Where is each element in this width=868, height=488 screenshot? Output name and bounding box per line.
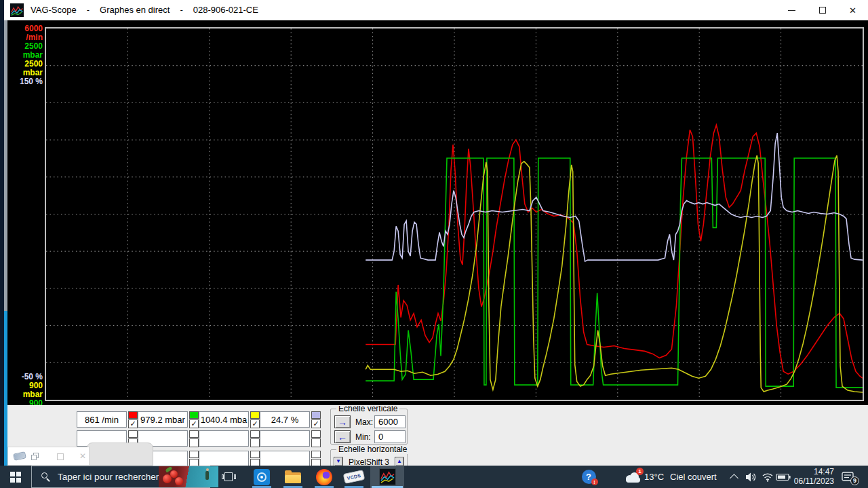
blue-tile-app-icon	[254, 469, 270, 485]
series-visibility-checkbox[interactable]: ✓	[311, 419, 321, 428]
battery-icon	[776, 472, 791, 482]
mini-maximize-button[interactable]	[57, 453, 64, 460]
trace-channel-3	[366, 155, 863, 392]
measurement-value-box[interactable]	[199, 451, 249, 466]
wifi-icon	[762, 472, 774, 482]
maximize-button[interactable]	[807, 0, 837, 20]
measurement-value-box[interactable]	[260, 451, 310, 466]
measurement-value-box[interactable]: 861 /min	[77, 411, 127, 428]
weather-text[interactable]: 13°C Ciel couvert	[644, 466, 717, 488]
horizontal-scale-group: Echelle horizontale ▼ PixelShift 3 ▲	[330, 449, 408, 466]
window-title: VAG-Scope - Graphes en direct - 028-906-…	[31, 5, 269, 15]
action-center-button[interactable]: 9	[837, 466, 860, 488]
taskbar-app-vag-scope[interactable]	[370, 466, 404, 488]
trace-channel-4	[366, 133, 863, 261]
measurement-value-box[interactable]	[260, 430, 310, 447]
measurement-value-box[interactable]: 24.7 %	[260, 411, 310, 428]
speaker-icon	[745, 472, 757, 483]
series-visibility-checkbox[interactable]	[250, 459, 260, 466]
series-visibility-checkbox[interactable]: ✓	[250, 419, 260, 428]
series-color-swatch[interactable]	[311, 430, 321, 438]
max-input[interactable]: 6000	[374, 415, 406, 428]
clock-date: 06/11/2023	[792, 477, 834, 487]
taskbar-app-vcds[interactable]: VCDS	[339, 466, 369, 488]
axis-max-labels: 6000 /min2500 mbar2500 mbar150 %	[7, 24, 43, 86]
help-icon: ? !	[582, 470, 596, 484]
series-color-swatch[interactable]	[189, 451, 199, 458]
scale-max-apply-button[interactable]: →	[334, 415, 351, 428]
task-view-icon	[222, 471, 237, 483]
help-tray-button[interactable]: ? !	[578, 466, 599, 488]
series-color-swatch[interactable]	[311, 451, 321, 458]
start-button[interactable]	[0, 466, 31, 488]
taskbar-app-blue-tile[interactable]	[248, 466, 275, 488]
vcds-icon: VCDS	[343, 470, 365, 484]
vcds-mini-icon	[13, 451, 26, 461]
close-button[interactable]: ✕	[837, 0, 868, 20]
measurement-value-box[interactable]	[199, 430, 249, 447]
pixelshift-label: PixelShift 3	[347, 457, 391, 466]
graph-client-area: 6000 /min2500 mbar2500 mbar150 % -50 %90…	[7, 20, 868, 405]
network-button[interactable]	[760, 466, 776, 488]
battery-button[interactable]	[774, 466, 792, 488]
axis-scale-label: 150 %	[7, 77, 43, 86]
volume-button[interactable]	[743, 466, 760, 488]
series-color-swatch[interactable]	[128, 430, 138, 438]
series-visibility-checkbox[interactable]	[189, 459, 199, 466]
series-visibility-checkbox[interactable]: ✓	[128, 419, 138, 428]
weather-tray-button[interactable]: 1	[623, 466, 643, 488]
search-highlight-image[interactable]	[159, 466, 218, 487]
chevron-up-icon	[730, 473, 738, 481]
minimize-button[interactable]	[776, 0, 807, 20]
series-visibility-checkbox[interactable]	[189, 438, 199, 447]
series-visibility-checkbox[interactable]	[311, 459, 321, 466]
series-visibility-checkbox[interactable]	[250, 438, 260, 447]
measurement-value-box[interactable]: 1040.4 mba	[199, 411, 249, 428]
background-window-tab[interactable]	[87, 443, 153, 466]
series-color-swatch[interactable]	[189, 430, 199, 438]
search-placeholder: Taper ici pour rechercher	[58, 472, 159, 482]
file-explorer-icon	[285, 471, 301, 483]
series-color-swatch[interactable]	[250, 411, 260, 419]
taskbar: Taper ici pour rechercher	[0, 466, 868, 488]
taskbar-clock[interactable]: 14:47 06/11/2023	[792, 468, 834, 486]
series-color-swatch[interactable]	[250, 430, 260, 438]
trace-channel-2	[366, 158, 863, 388]
vertical-scale-title: Echelle verticale	[336, 405, 399, 413]
task-view-button[interactable]	[216, 466, 243, 488]
taskbar-search[interactable]: Taper ici pour rechercher	[31, 466, 210, 488]
clock-time: 14:47	[792, 468, 834, 477]
scale-min-apply-button[interactable]: ←	[334, 430, 351, 443]
weather-cloud-icon: 1	[625, 472, 641, 483]
vag-scope-icon	[379, 468, 396, 485]
titlebar[interactable]: VAG-Scope - Graphes en direct - 028-906-…	[4, 0, 868, 20]
pixelshift-decrease-button[interactable]: ▼	[334, 457, 343, 466]
axis-scale-label: 2500 mbar	[7, 42, 43, 60]
max-label: Max:	[355, 417, 373, 427]
series-color-swatch[interactable]	[250, 451, 260, 458]
weather-badge: 1	[636, 468, 644, 475]
pixelshift-increase-button[interactable]: ▲	[395, 457, 404, 466]
axis-scale-label: 900 mbar	[7, 381, 43, 399]
series-color-swatch[interactable]	[189, 411, 199, 419]
series-color-swatch[interactable]	[311, 411, 321, 419]
axis-scale-label: 6000 /min	[7, 24, 43, 42]
live-graph-plot	[45, 27, 864, 401]
tray-overflow-button[interactable]	[727, 466, 742, 488]
layers-icon	[31, 453, 39, 460]
min-label: Min:	[355, 432, 371, 442]
series-color-swatch[interactable]	[128, 411, 138, 419]
series-visibility-checkbox[interactable]: ✓	[189, 419, 199, 428]
mini-close-button[interactable]: ✕	[79, 452, 86, 460]
measurement-value-box[interactable]: 979.2 mbar	[138, 411, 188, 428]
mini-window-titlebar[interactable]: ✕	[7, 447, 90, 466]
horizontal-scale-title: Echelle horizontale	[336, 445, 409, 454]
axis-scale-label: 2500 mbar	[7, 60, 43, 77]
min-input[interactable]: 0	[374, 430, 406, 443]
windows-logo-icon	[10, 472, 21, 483]
firefox-icon	[316, 469, 332, 485]
taskbar-app-file-explorer[interactable]	[279, 466, 307, 488]
series-visibility-checkbox[interactable]	[311, 438, 321, 447]
taskbar-app-firefox[interactable]	[311, 466, 338, 488]
notification-icon: 9	[842, 472, 855, 483]
